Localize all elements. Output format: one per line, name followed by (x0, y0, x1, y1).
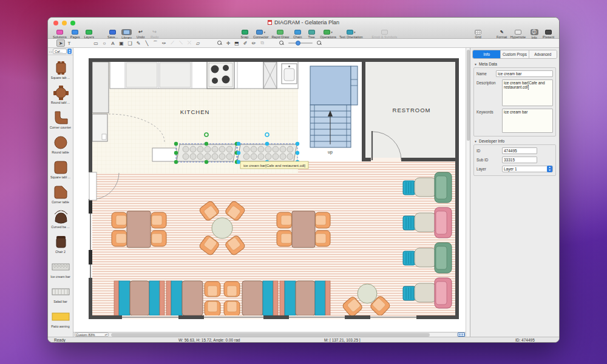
connector-button[interactable]: ▾Connector (253, 29, 268, 39)
grid-button[interactable]: Grid (473, 29, 484, 39)
library-sidebar: ‹ › Caf... ▴▾ Square tab ... Round tabl … (48, 48, 73, 337)
rectangle-tool[interactable]: ▭ (92, 39, 100, 47)
meta-data-section-header[interactable]: ▼Meta Data (474, 62, 555, 66)
library-shape-salad-bar[interactable]: Salad bar (48, 279, 73, 304)
layers-button[interactable]: Layers (84, 29, 95, 39)
operations-button[interactable]: ▾Operations (320, 29, 336, 39)
edit-node-tool[interactable]: ⟍ (177, 39, 185, 47)
shape-tool[interactable]: ▱ (194, 39, 202, 47)
library-shape-round-table-chairs[interactable]: Round tabl ... (48, 80, 73, 105)
drawing-canvas[interactable]: KITCHEN (73, 48, 466, 337)
callout-tool[interactable]: ❑ (126, 39, 134, 47)
text-orientation-button[interactable]: ▾Text Orientation (339, 29, 363, 39)
pages-button[interactable]: Pages (70, 29, 81, 39)
crop-tool[interactable]: ⧉ (258, 39, 266, 47)
tree-button[interactable]: Tree (306, 29, 317, 39)
stove[interactable] (207, 61, 234, 89)
library-shape-curved-bench[interactable]: Curved ba ... (48, 204, 73, 229)
page-navigator-button[interactable] (458, 332, 465, 337)
library-back-button[interactable]: ‹ (49, 50, 50, 53)
dishwasher[interactable] (263, 62, 277, 89)
triangle-down-icon: ▼ (474, 140, 477, 143)
library-shape-patio-awning[interactable]: Patio awning (48, 304, 73, 329)
format-button[interactable]: ✎Format (497, 29, 507, 39)
description-input[interactable]: ice cream bar[Cafe and restaurant.cdl] (502, 79, 553, 106)
library-selector[interactable]: Caf... (53, 49, 67, 54)
layer-select[interactable]: Layer 1▴▾ (502, 166, 553, 172)
undo-button[interactable]: ↩Undo (135, 29, 146, 39)
service-counter[interactable] (152, 148, 177, 161)
library-button[interactable]: Library (121, 29, 132, 39)
horizontal-scrollbar[interactable] (110, 333, 456, 337)
library-selector-stepper[interactable]: ▴▾ (67, 49, 72, 54)
id-input[interactable] (502, 147, 537, 154)
redo-button[interactable]: ↪Redo (149, 29, 160, 39)
emoji-symbols-button[interactable]: Emoji & Symbols (372, 29, 398, 39)
zoom-slider-thumb[interactable] (296, 41, 300, 46)
kitchen-cabinets-left[interactable] (92, 62, 109, 141)
library-shape-corner-table[interactable]: Corner table (48, 180, 73, 204)
tab-info[interactable]: Info (473, 50, 501, 58)
text-block-tool[interactable]: T (65, 39, 73, 47)
zoom-tool[interactable] (215, 39, 224, 47)
chevron-down-icon: ▾ (331, 30, 333, 34)
vertical-scrollbar[interactable] (466, 48, 470, 337)
keywords-input[interactable]: ice cream bar (502, 109, 553, 133)
zoom-slider[interactable] (288, 42, 313, 44)
library-shape-square-table[interactable]: Square tabl ... (48, 155, 73, 180)
select-tool[interactable]: ➤ (56, 39, 65, 47)
library-shape-chair-2[interactable]: Chair 2 (48, 229, 73, 254)
bottom-booth-group-3[interactable] (280, 281, 330, 315)
library-shape-ice-cream-bar[interactable]: Ice cream bar (48, 254, 73, 279)
layers-icon (86, 29, 92, 35)
zoom-in-button[interactable] (315, 39, 324, 47)
snap-button[interactable]: Snap (239, 29, 250, 39)
developer-info-section-header[interactable]: ▼Developer Info (474, 139, 555, 143)
save-icon (109, 29, 116, 35)
staircase[interactable]: up (310, 66, 358, 155)
sub-id-input[interactable] (502, 157, 537, 163)
tab-custom-props[interactable]: Custom Props (501, 50, 529, 58)
save-button[interactable]: Save... (107, 29, 118, 39)
add-node-tool[interactable]: ⟋ (168, 39, 177, 47)
window-title: DIAGRAM - Gelateria Plan (48, 19, 559, 25)
zoom-out-button[interactable] (277, 39, 286, 47)
library-shape-square-table-chairs[interactable]: Square tab ... (48, 55, 73, 80)
arc-tool[interactable]: ⌒ (151, 39, 160, 47)
ice-cream-bar-2[interactable] (237, 144, 297, 162)
undo-icon: ↩ (138, 29, 143, 35)
text-tool[interactable]: A (109, 39, 117, 47)
rapid-draw-button[interactable]: Rapid Draw (271, 29, 289, 39)
line-tool[interactable]: ╲ (143, 39, 151, 47)
grid-icon (475, 29, 481, 35)
present-icon (545, 29, 552, 35)
zoom-level-select[interactable]: Custom 83%▴▾ (75, 332, 109, 337)
main-toolbar: Solutions Pages Layers Save... Library ↩… (48, 29, 559, 39)
kitchen-sink[interactable] (282, 64, 297, 84)
present-button[interactable]: Present (543, 29, 554, 39)
hypernote-button[interactable]: Hypernote (510, 29, 526, 39)
stamp-tool[interactable]: ⬒ (232, 39, 241, 47)
glue-tool[interactable]: ✏ (249, 39, 258, 47)
ice-cream-bar-1[interactable] (176, 144, 237, 162)
library-shape-round-table[interactable]: Round table (48, 130, 73, 155)
horizontal-scrollbar-thumb[interactable] (111, 333, 430, 337)
solutions-button[interactable]: Solutions (53, 29, 67, 39)
curve-tool[interactable]: ✑ (160, 39, 168, 47)
image-frame-tool[interactable]: ▣ (117, 39, 126, 47)
pen-tool[interactable]: ✎ (134, 39, 143, 47)
title-bar[interactable]: DIAGRAM - Gelateria Plan (48, 18, 559, 29)
name-input[interactable] (496, 70, 553, 77)
tab-advanced[interactable]: Advanced (529, 50, 557, 58)
square-table-chairs-icon (52, 60, 69, 76)
bottom-booth-group-1[interactable] (114, 281, 164, 315)
library-shape-corner-counter[interactable]: Corner counter (48, 105, 73, 130)
eyedropper-tool[interactable]: ✐ (241, 39, 249, 47)
magnifier-icon (217, 41, 222, 46)
chain-button[interactable]: Chain (292, 29, 303, 39)
info-button[interactable]: ⓘInfo (529, 29, 540, 39)
pan-tool[interactable]: ✛ (224, 39, 232, 47)
ellipse-tool[interactable]: ○ (100, 39, 109, 47)
delete-node-tool[interactable]: ⤫ (185, 39, 194, 47)
library-forward-button[interactable]: › (51, 50, 52, 53)
